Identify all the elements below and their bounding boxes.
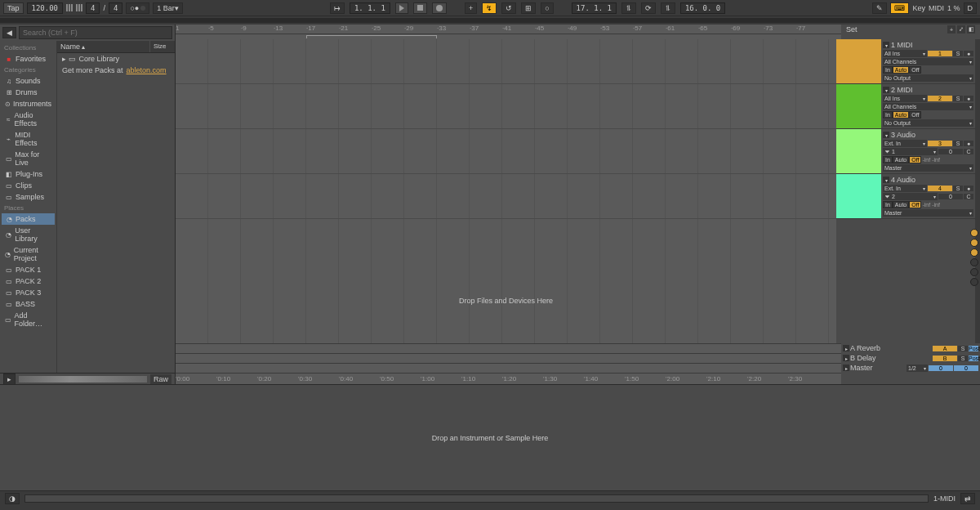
session-record-button[interactable]: ○ — [541, 2, 553, 14]
place-pack-2[interactable]: ▭PACK 2 — [2, 275, 55, 287]
category-instruments[interactable]: ⊙Instruments — [2, 98, 55, 110]
category-midi-effects[interactable]: ⌁MIDI Effects — [2, 129, 55, 149]
return-volume[interactable]: A — [933, 346, 957, 351]
track-fold-button[interactable]: ▾ — [883, 177, 889, 183]
delay-section-toggle[interactable] — [970, 278, 978, 286]
track-color[interactable] — [836, 174, 881, 218]
time-ruler[interactable]: '0:00'0:10'0:20'0:30'0:40'0:50'1:00'1:10… — [176, 373, 841, 384]
return-name[interactable]: A Reverb — [850, 344, 932, 352]
arm-button[interactable]: ● — [964, 51, 973, 56]
track-color[interactable] — [836, 84, 881, 128]
browser-collapse-button[interactable]: ◀ — [2, 27, 16, 38]
track-volume[interactable]: 3 — [928, 141, 952, 146]
place-user-library[interactable]: ◔User Library — [2, 225, 55, 244]
place-current-project[interactable]: ◔Current Project — [2, 244, 55, 264]
play-button[interactable] — [395, 2, 408, 14]
return-volume[interactable]: B — [933, 356, 957, 361]
input-type[interactable]: All Ins — [883, 95, 927, 102]
punch-in-button[interactable]: ⥮ — [621, 2, 636, 14]
solo-button[interactable]: S — [958, 346, 968, 351]
output-routing[interactable]: No Output — [883, 74, 973, 82]
track-volume[interactable]: 1 — [928, 51, 952, 56]
track-name[interactable]: 3 Audio — [891, 131, 915, 139]
place-pack-3[interactable]: ▭PACK 3 — [2, 287, 55, 298]
solo-button[interactable]: S — [958, 356, 968, 361]
loop-start[interactable]: 17. 1. 1 — [572, 2, 617, 14]
hot-swap-button[interactable]: ⇄ — [960, 493, 975, 504]
raw-button[interactable]: Raw — [150, 374, 172, 384]
capture-button[interactable]: ⊞ — [521, 2, 536, 14]
loop-button[interactable]: ⟳ — [641, 2, 656, 14]
nudge-up-icon[interactable] — [76, 4, 82, 11]
quantize-menu[interactable]: 1 Bar ▾ — [153, 2, 183, 14]
search-input[interactable] — [19, 26, 172, 39]
set-io-button[interactable]: ◧ — [967, 25, 975, 34]
arrangement-overview[interactable] — [0, 18, 980, 23]
midi-map-button[interactable]: MIDI — [929, 4, 944, 12]
output-routing[interactable]: No Output — [883, 119, 973, 127]
monitor-toggle[interactable]: InAutoOff — [883, 66, 921, 74]
ableton-link[interactable]: ableton.com — [127, 66, 167, 74]
global-quantize[interactable]: 1/2 — [906, 365, 928, 372]
track-fold-button[interactable]: ▾ — [883, 87, 889, 93]
draw-mode-button[interactable]: ✎ — [872, 2, 887, 14]
preview-button[interactable]: ▸ — [3, 374, 16, 385]
io-section-toggle[interactable] — [970, 229, 978, 237]
post-button[interactable]: Post — [969, 346, 978, 351]
column-size-header[interactable]: Size — [150, 41, 175, 52]
track-volume[interactable]: 2 — [928, 96, 952, 101]
post-button[interactable]: Post — [969, 356, 978, 361]
input-channel[interactable]: All Channels — [883, 58, 973, 65]
monitor-toggle[interactable]: InAutoOff — [883, 156, 921, 163]
automation-arm-button[interactable]: ↯ — [482, 2, 497, 14]
pan[interactable]: C — [964, 194, 973, 199]
show-hide-view-button[interactable]: ◑ — [5, 493, 20, 504]
category-audio-effects[interactable]: ≈Audio Effects — [2, 110, 55, 129]
master-volume[interactable]: 0 — [929, 365, 953, 371]
input-channel[interactable]: ⏷ 1 — [883, 148, 938, 155]
time-sig-den[interactable]: 4 — [109, 2, 122, 14]
track-fold-button[interactable]: ▸ — [843, 355, 849, 361]
solo-button[interactable]: S — [953, 141, 963, 146]
input-channel[interactable]: All Channels — [883, 103, 973, 110]
column-name-header[interactable]: Name ▴ — [57, 41, 150, 52]
nudge-down-icon[interactable] — [66, 4, 73, 11]
clip-area[interactable]: Drop Files and Devices Here — [176, 39, 836, 343]
place-pack-1[interactable]: ▭PACK 1 — [2, 264, 55, 275]
track-fold-button[interactable]: ▸ — [843, 345, 849, 351]
follow-button[interactable]: ↦ — [330, 2, 345, 14]
category-clips[interactable]: ▭Clips — [2, 180, 55, 191]
mixer-section-toggle[interactable] — [970, 258, 978, 266]
master-name[interactable]: Master — [850, 364, 906, 372]
send-a[interactable]: 0 — [938, 149, 963, 154]
solo-button[interactable]: S — [953, 96, 963, 101]
master-cue[interactable]: 0 — [954, 365, 978, 371]
place-packs[interactable]: ◔Packs — [2, 213, 55, 225]
output-routing[interactable]: Master — [883, 164, 973, 172]
computer-midi-keyboard-button[interactable]: ⌨ — [890, 2, 909, 14]
track-color[interactable] — [836, 129, 881, 173]
crossfade-section-toggle[interactable] — [970, 268, 978, 276]
loop-brace[interactable] — [306, 35, 437, 38]
punch-out-button[interactable]: ⥮ — [661, 2, 675, 14]
track-fold-button[interactable]: ▸ — [843, 365, 849, 371]
metronome-button[interactable]: ○● — [126, 2, 149, 14]
monitor-toggle[interactable]: InAutoOff — [883, 111, 921, 119]
solo-button[interactable]: S — [953, 51, 963, 56]
category-max-for-live[interactable]: ▭Max for Live — [2, 149, 55, 168]
track-name[interactable]: 1 MIDI — [891, 41, 913, 49]
arrangement-position[interactable]: 1. 1. 1 — [350, 2, 390, 14]
sends-section-toggle[interactable] — [970, 239, 978, 247]
overdub-button[interactable]: + — [465, 2, 477, 14]
reenable-automation-button[interactable]: ↺ — [501, 2, 516, 14]
track-volume[interactable]: 4 — [928, 186, 952, 191]
pan[interactable]: C — [964, 149, 973, 154]
place-bass[interactable]: ▭BASS — [2, 298, 55, 310]
set-add-button[interactable]: + — [947, 25, 956, 34]
track-fold-button[interactable]: ▾ — [883, 42, 889, 48]
set-fold-button[interactable]: ⤢ — [957, 25, 965, 34]
key-map-button[interactable]: Key — [912, 4, 925, 12]
returns-section-toggle[interactable] — [970, 248, 978, 257]
monitor-toggle[interactable]: InAutoOff — [883, 201, 921, 208]
return-name[interactable]: B Delay — [850, 354, 932, 362]
